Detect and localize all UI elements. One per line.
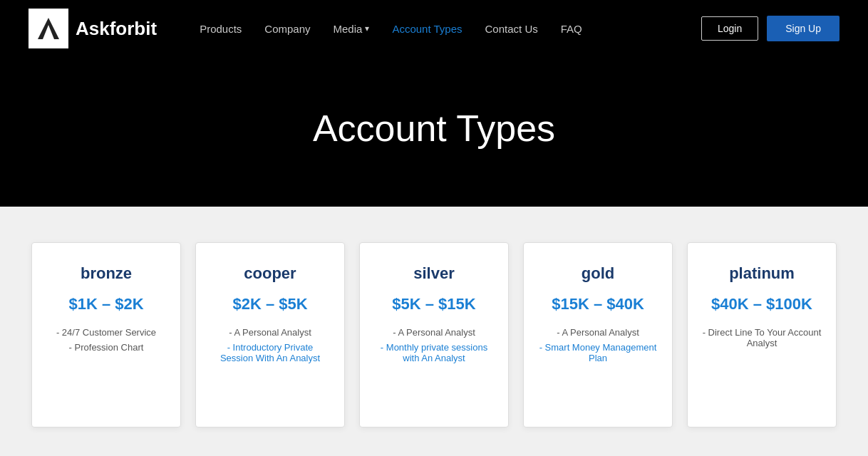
card-gold-feature-0: - A Personal Analyst bbox=[538, 327, 658, 338]
brand-name: Askforbit bbox=[76, 18, 157, 40]
card-gold-features: - A Personal Analyst- Smart Money Manage… bbox=[538, 327, 658, 368]
hero-section: Account Types bbox=[0, 57, 868, 207]
card-cooper-feature-1: - Introductory Private Session With An A… bbox=[210, 342, 330, 363]
card-bronze-feature-1: - Profession Chart bbox=[46, 342, 166, 353]
card-bronze-range: $1K – $2K bbox=[68, 294, 143, 314]
card-cooper-features: - A Personal Analyst- Introductory Priva… bbox=[210, 327, 330, 368]
card-silver: silver$5K – $15K- A Personal Analyst- Mo… bbox=[359, 242, 509, 428]
card-platinum-features: - Direct Line To Your Account Analyst bbox=[702, 327, 822, 353]
card-gold: gold$15K – $40K- A Personal Analyst- Sma… bbox=[523, 242, 673, 428]
nav-account-types[interactable]: Account Types bbox=[392, 23, 462, 35]
cards-section: bronze$1K – $2K- 24/7 Customer Service- … bbox=[0, 207, 868, 456]
nav-products[interactable]: Products bbox=[200, 23, 242, 35]
card-silver-features: - A Personal Analyst- Monthly private se… bbox=[374, 327, 494, 368]
card-cooper-feature-0: - A Personal Analyst bbox=[210, 327, 330, 338]
card-platinum-range: $40K – $100K bbox=[711, 294, 812, 314]
card-silver-feature-0: - A Personal Analyst bbox=[374, 327, 494, 338]
card-silver-feature-1: - Monthly private sessions with An Analy… bbox=[374, 342, 494, 363]
card-gold-range: $15K – $40K bbox=[552, 294, 644, 314]
signup-button[interactable]: Sign Up bbox=[767, 16, 839, 41]
card-bronze-feature-0: - 24/7 Customer Service bbox=[46, 327, 166, 338]
card-platinum: platinum$40K – $100K- Direct Line To You… bbox=[687, 242, 837, 428]
card-gold-name: gold bbox=[582, 264, 614, 283]
card-platinum-name: platinum bbox=[729, 264, 795, 283]
nav-contact-us[interactable]: Contact Us bbox=[485, 23, 538, 35]
card-platinum-feature-0: - Direct Line To Your Account Analyst bbox=[702, 327, 822, 348]
card-cooper-range: $2K – $5K bbox=[232, 294, 307, 314]
nav-media[interactable]: Media bbox=[334, 23, 370, 35]
card-silver-range: $5K – $15K bbox=[392, 294, 475, 314]
nav-company[interactable]: Company bbox=[264, 23, 310, 35]
logo-link[interactable]: Askforbit bbox=[29, 9, 157, 48]
card-bronze: bronze$1K – $2K- 24/7 Customer Service- … bbox=[31, 242, 181, 428]
card-bronze-name: bronze bbox=[81, 264, 132, 283]
nav-links: Products Company Media Account Types Con… bbox=[200, 23, 701, 35]
card-silver-name: silver bbox=[413, 264, 455, 283]
card-cooper: cooper$2K – $5K- A Personal Analyst- Int… bbox=[195, 242, 345, 428]
navbar: Askforbit Products Company Media Account… bbox=[0, 0, 868, 57]
card-gold-feature-1: - Smart Money Management Plan bbox=[538, 342, 658, 363]
card-bronze-features: - 24/7 Customer Service- Profession Char… bbox=[46, 327, 166, 357]
login-button[interactable]: Login bbox=[701, 16, 758, 41]
logo-icon bbox=[29, 9, 68, 48]
nav-faq[interactable]: FAQ bbox=[561, 23, 582, 35]
card-cooper-name: cooper bbox=[244, 264, 296, 283]
nav-buttons: Login Sign Up bbox=[701, 16, 839, 41]
hero-title: Account Types bbox=[14, 107, 854, 150]
